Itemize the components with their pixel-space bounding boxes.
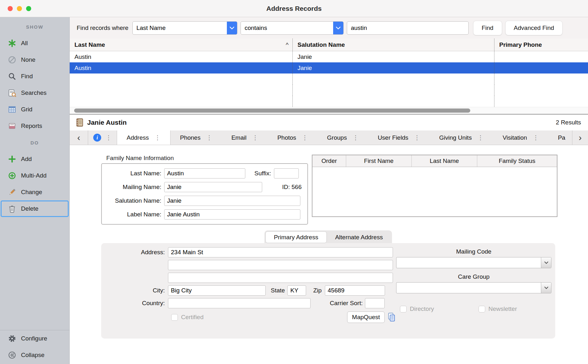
minimize-window-button[interactable] xyxy=(17,6,22,11)
tabs-scroll-right-button[interactable]: › xyxy=(572,130,588,145)
city-field[interactable] xyxy=(168,285,266,296)
search-icon xyxy=(8,72,17,81)
carrier-sort-field[interactable] xyxy=(365,298,385,308)
table-row[interactable]: Austin Janie xyxy=(70,51,588,62)
scrollbar-thumb[interactable] xyxy=(74,108,470,113)
sidebar-item-grid[interactable]: Grid xyxy=(0,101,69,118)
city-label: City: xyxy=(109,287,168,294)
table-row-empty[interactable] xyxy=(70,96,588,107)
tab-photos[interactable]: Photos ⋮ xyxy=(268,130,318,145)
search-query-input[interactable] xyxy=(347,21,469,35)
field-dropdown[interactable]: Last Name xyxy=(132,21,237,35)
label-name-label: Label Name: xyxy=(106,211,164,218)
circled-plus-icon xyxy=(8,171,17,180)
operator-dropdown[interactable]: contains xyxy=(241,21,344,35)
mailing-code-dropdown[interactable] xyxy=(396,257,551,268)
sidebar-section-show: SHOW xyxy=(0,18,69,35)
care-group-dropdown[interactable] xyxy=(396,282,551,293)
traffic-lights xyxy=(8,6,31,11)
table-row-selected[interactable]: Austin Janie xyxy=(70,62,588,74)
zip-field[interactable] xyxy=(325,285,385,296)
horizontal-scrollbar[interactable] xyxy=(70,107,588,114)
suffix-field[interactable] xyxy=(274,168,299,178)
address-line1-field[interactable] xyxy=(168,247,393,257)
column-header-order[interactable]: Order xyxy=(312,155,346,167)
state-label: State xyxy=(271,287,285,294)
column-header-primary-phone[interactable]: Primary Phone xyxy=(494,38,588,51)
tab-alternate-address[interactable]: Alternate Address xyxy=(327,231,391,243)
address-line2-field[interactable] xyxy=(168,260,393,270)
column-header-salutation-name[interactable]: Salutation Name xyxy=(293,38,494,51)
sidebar-item-delete[interactable]: Delete xyxy=(1,200,69,217)
column-header-last-name[interactable]: Last Name xyxy=(412,155,477,167)
saved-searches-icon xyxy=(8,88,17,97)
copy-icon[interactable] xyxy=(387,313,396,322)
column-header-last-name[interactable]: Last Name ^ xyxy=(70,38,293,51)
record-name: Janie Austin xyxy=(87,119,127,126)
tab-primary-address[interactable]: Primary Address xyxy=(265,231,327,243)
salutation-name-field[interactable] xyxy=(164,196,300,206)
family-members-table: Order First Name Last Name Family Status xyxy=(312,155,557,217)
table-row-empty[interactable] xyxy=(70,74,588,85)
results-table-header: Last Name ^ Salutation Name Primary Phon… xyxy=(70,38,588,51)
address-line3-field[interactable] xyxy=(168,273,393,283)
newsletter-checkbox[interactable]: Newsletter xyxy=(479,305,517,312)
certified-checkbox[interactable]: Certified xyxy=(171,314,204,321)
app-window: Address Records SHOW All None xyxy=(0,0,588,364)
zoom-window-button[interactable] xyxy=(26,6,31,11)
tab-user-fields[interactable]: User Fields ⋮ xyxy=(368,130,430,145)
find-bar: Find records where Last Name contains Fi… xyxy=(70,17,588,38)
last-name-field[interactable] xyxy=(164,168,245,178)
sidebar-item-label: All xyxy=(21,40,28,47)
sidebar-item-none[interactable]: None xyxy=(0,52,69,68)
sort-ascending-icon[interactable]: ^ xyxy=(286,41,289,48)
tab-visitation[interactable]: Visitation ⋮ xyxy=(493,130,549,145)
sidebar-item-add[interactable]: Add xyxy=(0,151,69,167)
tabs-scroll-left-button[interactable]: ‹ xyxy=(70,130,88,145)
sidebar-item-collapse[interactable]: Collapse xyxy=(0,347,69,363)
mapquest-button[interactable]: MapQuest xyxy=(347,312,385,323)
tab-handle-icon: ⋮ xyxy=(155,134,161,141)
tab-giving-units[interactable]: Giving Units ⋮ xyxy=(430,130,493,145)
tab-phones[interactable]: Phones ⋮ xyxy=(171,130,222,145)
reports-icon xyxy=(8,122,17,130)
sidebar-item-all[interactable]: All xyxy=(0,35,69,52)
sidebar-item-find[interactable]: Find xyxy=(0,68,69,85)
sidebar-item-configure[interactable]: Configure xyxy=(0,330,69,347)
tab-partial[interactable]: Pa xyxy=(548,130,572,145)
mailing-code-label: Mailing Code xyxy=(396,248,551,255)
care-group-value xyxy=(396,283,541,293)
suffix-label: Suffix: xyxy=(247,170,274,177)
sidebar-item-multi-add[interactable]: Multi-Add xyxy=(0,167,69,184)
column-header-family-status[interactable]: Family Status xyxy=(477,155,557,167)
state-field[interactable] xyxy=(287,285,306,296)
label-name-field[interactable] xyxy=(164,209,300,220)
sidebar-item-searches[interactable]: Searches xyxy=(0,85,69,101)
window-title: Address Records xyxy=(0,5,588,12)
country-label: Country: xyxy=(109,300,168,307)
gear-icon xyxy=(8,334,17,343)
address-book-icon xyxy=(75,118,84,127)
tab-info[interactable]: i ⋮ xyxy=(88,130,117,145)
directory-checkbox[interactable]: Directory xyxy=(400,305,434,312)
country-field[interactable] xyxy=(168,298,311,308)
table-row-empty[interactable] xyxy=(70,85,588,96)
tab-groups[interactable]: Groups ⋮ xyxy=(318,130,368,145)
newsletter-label: Newsletter xyxy=(488,305,517,312)
sidebar-item-change[interactable]: Change xyxy=(0,184,69,200)
results-table: Last Name ^ Salutation Name Primary Phon… xyxy=(70,38,588,115)
sidebar-item-label: Find xyxy=(21,73,33,80)
cell-salutation-name: Janie xyxy=(293,51,494,62)
mailing-name-field[interactable] xyxy=(164,182,262,192)
family-name-box: Last Name: Suffix: Mailing Name: ID: 566 xyxy=(101,163,308,225)
tab-address[interactable]: Address ⋮ xyxy=(117,130,171,145)
sidebar-item-reports[interactable]: Reports xyxy=(0,118,69,134)
tab-email[interactable]: Email ⋮ xyxy=(222,130,268,145)
column-header-first-name[interactable]: First Name xyxy=(346,155,412,167)
close-window-button[interactable] xyxy=(8,6,13,11)
family-table-body[interactable] xyxy=(312,167,557,216)
cell-last-name: Austin xyxy=(70,51,293,62)
chevron-down-icon xyxy=(333,22,343,34)
find-button[interactable]: Find xyxy=(473,21,502,35)
advanced-find-button[interactable]: Advanced Find xyxy=(505,21,563,35)
